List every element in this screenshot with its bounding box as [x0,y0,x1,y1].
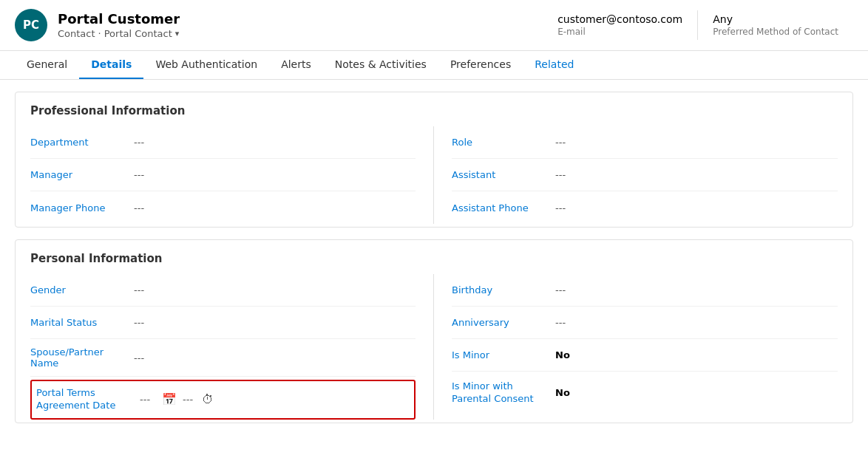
header-info: Portal Customer Contact · Portal Contact… [58,11,180,39]
role-value: --- [555,137,566,148]
gender-value: --- [134,284,144,295]
header-right: customer@contoso.com E-mail Any Preferre… [543,10,853,40]
professional-left-col: Department --- Manager --- Manager Phone… [30,126,434,224]
portal-terms-row: Portal Terms Agreement Date --- 📅 --- ⏱ [30,380,416,420]
spouse-partner-value: --- [134,352,144,363]
contact-name: Portal Customer [58,11,180,27]
tab-notes-activities[interactable]: Notes & Activities [323,51,438,79]
assistant-phone-label: Assistant Phone [452,202,555,213]
is-minor-value: No [555,349,570,360]
department-value: --- [134,137,144,148]
email-block: customer@contoso.com E-mail [543,10,697,40]
anniversary-value: --- [555,317,566,328]
birthday-label: Birthday [452,284,555,295]
anniversary-label: Anniversary [452,317,555,328]
department-label: Department [30,137,134,148]
professional-section: Professional Information Department --- … [15,92,853,228]
table-row: Gender --- [30,274,416,307]
professional-right-col: Role --- Assistant --- Assistant Phone -… [434,126,838,224]
table-row: Is Minor No [452,339,838,372]
is-minor-label: Is Minor [452,349,555,360]
contact-method-value: Any [713,13,838,25]
manager-label: Manager [30,169,134,180]
role-label: Role [452,137,555,148]
portal-terms-value2: --- [183,394,193,405]
tab-alerts[interactable]: Alerts [269,51,323,79]
table-row: Anniversary --- [452,307,838,339]
professional-section-title: Professional Information [30,104,838,117]
table-row: Birthday --- [452,274,838,307]
tab-related[interactable]: Related [523,51,586,79]
manager-phone-label: Manager Phone [30,202,134,213]
manager-phone-value: --- [134,202,144,213]
header: PC Portal Customer Contact · Portal Cont… [0,0,868,51]
separator: · [98,28,101,39]
personal-section-title: Personal Information [30,252,838,265]
avatar: PC [15,9,47,41]
contact-method-label: Preferred Method of Contact [713,27,838,37]
chevron-down-icon[interactable]: ▾ [175,29,180,38]
personal-section: Personal Information Gender --- Marital … [15,239,853,423]
table-row: Department --- [30,126,416,159]
main-content: Professional Information Department --- … [0,80,868,447]
manager-value: --- [134,169,144,180]
tab-general[interactable]: General [15,51,79,79]
professional-form-grid: Department --- Manager --- Manager Phone… [30,126,838,224]
table-row: Marital Status --- [30,307,416,339]
tab-web-authentication[interactable]: Web Authentication [143,51,269,79]
marital-status-value: --- [134,317,144,328]
assistant-phone-value: --- [555,202,566,213]
table-row: Is Minor with Parental Consent No [452,372,838,413]
tab-bar: General Details Web Authentication Alert… [0,51,868,80]
birthday-value: --- [555,284,566,295]
contact-type: Contact [58,28,95,39]
tab-details[interactable]: Details [79,51,143,79]
is-minor-parental-value: No [555,387,570,398]
header-left: PC Portal Customer Contact · Portal Cont… [15,9,180,41]
personal-right-col: Birthday --- Anniversary --- Is Minor No… [434,274,838,420]
contact-subtitle: Contact · Portal Contact ▾ [58,28,180,39]
marital-status-label: Marital Status [30,317,134,328]
table-row: Assistant Phone --- [452,191,838,224]
assistant-label: Assistant [452,169,555,180]
contact-method-block: Any Preferred Method of Contact [697,10,853,40]
assistant-value: --- [555,169,566,180]
table-row: Manager --- [30,159,416,191]
spouse-partner-label: Spouse/Partner Name [30,346,134,369]
contact-subtype: Portal Contact [104,28,172,39]
calendar-icon[interactable]: 📅 [162,392,177,406]
portal-terms-value1: --- [140,394,150,405]
email-value: customer@contoso.com [557,13,682,25]
is-minor-parental-label: Is Minor with Parental Consent [452,380,555,406]
table-row: Spouse/Partner Name --- [30,339,416,377]
personal-left-col: Gender --- Marital Status --- Spouse/Par… [30,274,434,420]
gender-label: Gender [30,284,134,295]
email-label: E-mail [557,27,682,37]
table-row: Role --- [452,126,838,159]
personal-form-grid: Gender --- Marital Status --- Spouse/Par… [30,274,838,420]
tab-preferences[interactable]: Preferences [438,51,523,79]
table-row: Assistant --- [452,159,838,191]
portal-terms-label: Portal Terms Agreement Date [36,387,140,412]
table-row: Manager Phone --- [30,191,416,224]
clock-icon[interactable]: ⏱ [202,392,214,406]
